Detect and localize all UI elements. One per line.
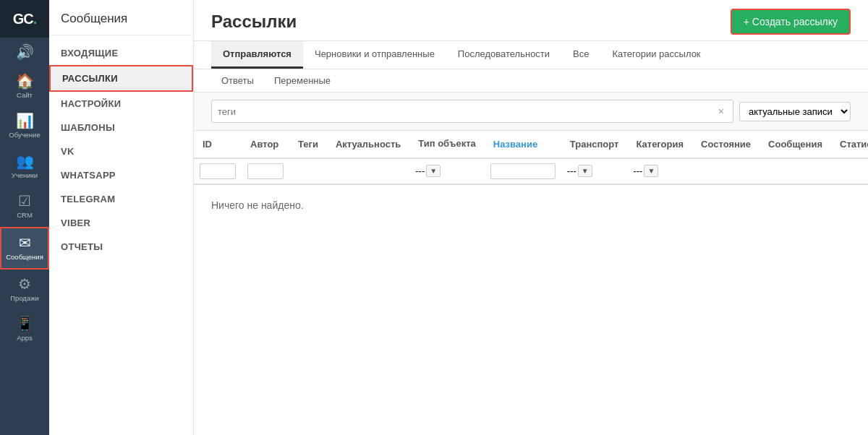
- sales-label: Продажи: [10, 294, 39, 302]
- mailings-table: ID Автор Теги Актуальность Тип объекта Н…: [194, 131, 868, 225]
- home-icon: 🏠: [16, 74, 34, 88]
- sidebar-item-incoming[interactable]: ВХОДЯЩИЕ: [49, 41, 193, 65]
- category-dropdown-arrow[interactable]: ▼: [644, 165, 658, 177]
- transport-dropdown-arrow[interactable]: ▼: [578, 165, 592, 177]
- icon-nav: 🔊 🏠 Сайт 📊 Обучение 👥 Ученики ☑ CRM ✉ Со…: [0, 38, 49, 435]
- col-name: Название: [485, 131, 561, 158]
- students-label: Ученики: [12, 171, 38, 179]
- col-relevance: Актуальность: [327, 131, 409, 158]
- no-results-row: Ничего не найдено.: [194, 184, 868, 225]
- sidebar-item-reports[interactable]: ОТЧЕТЫ: [49, 235, 193, 259]
- sidebar-item-settings[interactable]: НАСТРОЙКИ: [49, 92, 193, 116]
- filter-transport-cell: --- ▼: [561, 158, 628, 184]
- sidebar-item-templates[interactable]: ШАБЛОНЫ: [49, 116, 193, 139]
- tab-categories[interactable]: Категории рассылок: [600, 41, 712, 69]
- sidebar-item-messages[interactable]: ✉ Сообщения: [0, 227, 49, 270]
- filter-relevance-cell: [327, 158, 409, 184]
- no-results-cell: Ничего не найдено.: [194, 184, 868, 225]
- main-header: Рассылки + Создать рассылку: [194, 0, 868, 41]
- tags-clear-icon[interactable]: ×: [715, 105, 727, 117]
- training-label: Обучение: [9, 131, 40, 139]
- icon-bar: GC. 🔊 🏠 Сайт 📊 Обучение 👥 Ученики ☑ CRM …: [0, 0, 49, 435]
- filter-name-cell: [485, 158, 561, 184]
- col-messages: Сообщения: [760, 131, 831, 158]
- tab-all[interactable]: Все: [561, 41, 600, 69]
- tab-variables[interactable]: Переменные: [264, 69, 341, 92]
- site-label: Сайт: [17, 91, 33, 99]
- sound-icon: 🔊: [16, 45, 34, 59]
- sub-tabs-row: Ответы Переменные: [194, 69, 868, 92]
- objtype-dropdown-wrap: --- ▼: [415, 165, 479, 177]
- apps-icon: 📱: [16, 316, 34, 331]
- col-stats: Статистика: [831, 131, 868, 158]
- filter-author-input[interactable]: [247, 163, 284, 179]
- objtype-dropdown-arrow[interactable]: ▼: [426, 165, 441, 177]
- tab-drafts[interactable]: Черновики и отправленные: [303, 41, 446, 69]
- col-author: Автор: [242, 131, 289, 158]
- filter-messages-cell: [760, 158, 831, 184]
- sidebar-item-vk[interactable]: VK: [49, 139, 193, 163]
- sidebar-item-apps[interactable]: 📱 Apps: [0, 309, 49, 349]
- transport-dropdown-wrap: --- ▼: [567, 165, 622, 177]
- filter-id-input[interactable]: [200, 163, 236, 179]
- crm-label: CRM: [17, 211, 33, 219]
- table-filter-row: --- ▼ --- ▼ -: [194, 158, 868, 184]
- sidebar-menu: ВХОДЯЩИЕ РАССЫЛКИ НАСТРОЙКИ ШАБЛОНЫ VK W…: [49, 35, 193, 264]
- col-id: ID: [194, 131, 242, 158]
- tab-sequences[interactable]: Последовательности: [446, 41, 561, 69]
- filter-row: × актуальные записи все записи удаленные…: [194, 92, 868, 131]
- chart-icon: 📊: [16, 113, 34, 128]
- sidebar-title: Сообщения: [49, 0, 193, 35]
- col-category: Категория: [627, 131, 692, 158]
- filter-stats-cell: [831, 158, 868, 184]
- main-tabs-row: Отправляются Черновики и отправленные По…: [194, 41, 868, 69]
- filter-author-cell: [242, 158, 289, 184]
- tags-filter-container: ×: [211, 100, 733, 123]
- sidebar-item-site[interactable]: 🏠 Сайт: [0, 66, 49, 106]
- no-results-text: Ничего не найдено.: [194, 185, 868, 225]
- crm-icon: ☑: [18, 194, 31, 208]
- tab-replies[interactable]: Ответы: [211, 69, 264, 92]
- filter-name-input[interactable]: [490, 163, 556, 179]
- messages-icon: ✉: [19, 236, 31, 250]
- logo-area[interactable]: GC.: [0, 0, 49, 38]
- objtype-value: ---: [415, 165, 425, 176]
- col-status: Состояние: [692, 131, 760, 158]
- create-mailing-button[interactable]: + Создать рассылку: [731, 9, 851, 35]
- tags-input[interactable]: [218, 106, 715, 117]
- users-icon: 👥: [16, 154, 34, 168]
- sidebar-item-crm[interactable]: ☑ CRM: [0, 186, 49, 226]
- filter-status-cell: [692, 158, 760, 184]
- col-objtype: Тип объекта: [409, 131, 485, 158]
- apps-label: Apps: [17, 334, 33, 342]
- sidebar-item-sound[interactable]: 🔊: [0, 38, 49, 66]
- col-transport: Транспорт: [561, 131, 628, 158]
- records-select[interactable]: актуальные записи все записи удаленные з…: [739, 102, 851, 121]
- sidebar-item-telegram[interactable]: TELEGRAM: [49, 187, 193, 211]
- category-dropdown-wrap: --- ▼: [633, 165, 686, 177]
- table-header-row: ID Автор Теги Актуальность Тип объекта Н…: [194, 131, 868, 158]
- sidebar-item-sales[interactable]: ⚙ Продажи: [0, 270, 49, 309]
- filter-id-cell: [194, 158, 242, 184]
- sidebar-item-training[interactable]: 📊 Обучение: [0, 106, 49, 146]
- messages-label: Сообщения: [6, 253, 43, 261]
- sidebar-item-students[interactable]: 👥 Ученики: [0, 147, 49, 186]
- filter-objtype-cell: --- ▼: [409, 158, 485, 184]
- sales-icon: ⚙: [18, 277, 31, 291]
- logo-text: GC.: [13, 11, 37, 27]
- page-title: Рассылки: [211, 12, 297, 32]
- sidebar-item-whatsapp[interactable]: WHATSAPP: [49, 163, 193, 187]
- tab-sending[interactable]: Отправляются: [211, 41, 303, 69]
- table-area: ID Автор Теги Актуальность Тип объекта Н…: [194, 131, 868, 435]
- filter-tags-cell: [289, 158, 327, 184]
- col-tags: Теги: [289, 131, 327, 158]
- transport-value: ---: [567, 165, 576, 176]
- sidebar-item-mailings[interactable]: РАССЫЛКИ: [49, 65, 193, 92]
- sidebar: Сообщения ВХОДЯЩИЕ РАССЫЛКИ НАСТРОЙКИ ША…: [49, 0, 194, 435]
- sidebar-item-viber[interactable]: VIBER: [49, 211, 193, 235]
- main-content: Рассылки + Создать рассылку Отправляются…: [194, 0, 868, 435]
- category-value: ---: [633, 165, 642, 176]
- filter-category-cell: --- ▼: [627, 158, 692, 184]
